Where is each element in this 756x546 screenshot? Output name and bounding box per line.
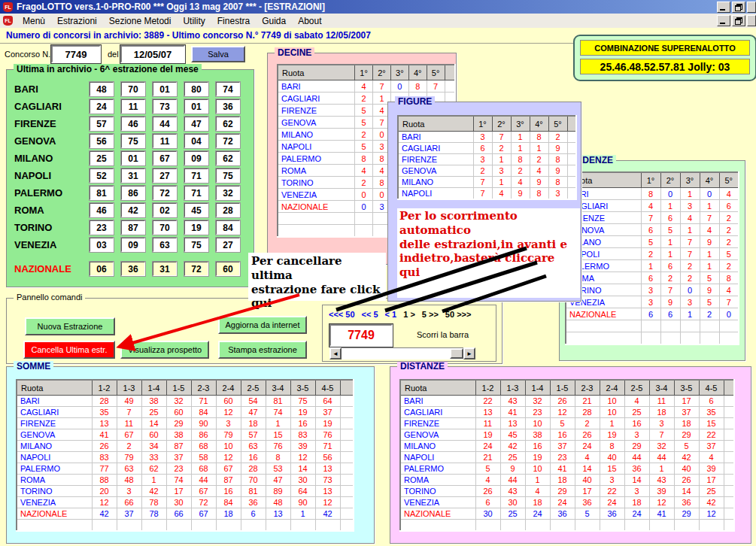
visualizza-prospetto-button[interactable]: Visualizza prospetto (120, 341, 209, 359)
value-cell: 1 (511, 143, 530, 154)
number-field[interactable]: 47 (184, 117, 208, 131)
number-field[interactable]: 01 (184, 99, 208, 114)
scrollbar-thumb[interactable] (450, 348, 463, 359)
back-5-button[interactable]: << 5 (362, 310, 378, 319)
menu-item-men-[interactable]: Menù (17, 14, 51, 28)
number-field[interactable]: 23 (90, 220, 114, 235)
menu-item-about[interactable]: About (292, 14, 327, 28)
concorso-date-field[interactable]: 12/05/07 (120, 45, 185, 63)
value-cell: 9 (511, 188, 530, 200)
number-field[interactable]: 71 (184, 168, 208, 183)
number-field[interactable]: 36 (121, 262, 145, 276)
number-field[interactable]: 80 (184, 82, 208, 96)
number-field[interactable]: 11 (153, 134, 177, 148)
horizontal-scrollbar[interactable]: ◄ ► (329, 347, 475, 359)
stampa-estrazione-button[interactable]: Stampa estrazione (218, 341, 307, 359)
value-cell: 28 (575, 407, 600, 418)
value-cell: 5 (719, 248, 739, 260)
minimize-button[interactable] (717, 2, 730, 13)
number-field[interactable]: 31 (153, 262, 177, 276)
number-field[interactable]: 72 (153, 186, 177, 200)
number-field[interactable]: 31 (121, 168, 145, 183)
scrollbar-left-arrow[interactable]: ◄ (329, 347, 342, 359)
number-field[interactable]: 02 (153, 203, 177, 217)
scrollbar-right-arrow[interactable]: ► (463, 347, 475, 359)
number-field[interactable]: 19 (184, 220, 208, 235)
menu-item-estrazioni[interactable]: Estrazioni (51, 14, 103, 28)
number-field[interactable]: 09 (184, 151, 208, 165)
number-field[interactable]: 63 (153, 238, 177, 252)
number-field[interactable]: 24 (90, 99, 114, 114)
number-field[interactable]: 74 (216, 82, 240, 96)
number-field[interactable]: 25 (90, 151, 114, 165)
number-field[interactable]: 32 (216, 186, 240, 200)
number-field[interactable]: 86 (121, 186, 145, 200)
restore-button[interactable] (732, 2, 745, 13)
back-1-button[interactable]: < 1 (385, 310, 397, 319)
number-field[interactable]: 44 (153, 117, 177, 131)
number-field[interactable]: 75 (184, 238, 208, 252)
number-field[interactable]: 36 (216, 99, 240, 114)
mdi-minimize-button[interactable] (717, 15, 730, 26)
value-cell: 6 (660, 260, 680, 272)
number-field[interactable]: 57 (90, 117, 114, 131)
close-button[interactable] (747, 2, 756, 13)
scroll-concorso-field[interactable]: 7749 (329, 324, 393, 347)
number-field[interactable]: 70 (121, 82, 145, 96)
number-field[interactable]: 27 (216, 238, 240, 252)
number-field[interactable]: 70 (153, 220, 177, 235)
empty-cell (550, 520, 575, 532)
number-field[interactable]: 48 (90, 82, 114, 96)
number-field[interactable]: 62 (216, 151, 240, 165)
table-row: NAZIONALE423778666718613142 (17, 508, 354, 520)
number-field[interactable]: 72 (216, 134, 240, 148)
value-cell: 24 (624, 508, 649, 520)
fwd-50-button[interactable]: 50 >>> (445, 310, 472, 319)
number-field[interactable]: 42 (121, 203, 145, 217)
number-field[interactable]: 03 (90, 238, 114, 252)
back-50-button[interactable]: <<< 50 (329, 310, 355, 319)
concorso-number-field[interactable]: 7749 (51, 45, 101, 63)
menu-item-finestra[interactable]: Finestra (211, 14, 256, 28)
fwd-5-button[interactable]: 5 >> (422, 310, 439, 319)
menu-item-sezione-metodi[interactable]: Sezione Metodi (103, 14, 178, 28)
number-field[interactable]: 67 (153, 151, 177, 165)
number-field[interactable]: 46 (90, 203, 114, 217)
menu-item-utility[interactable]: Utility (177, 14, 211, 28)
number-field[interactable]: 81 (90, 186, 114, 200)
number-field[interactable]: 46 (121, 117, 145, 131)
number-field[interactable]: 72 (184, 262, 208, 276)
number-field[interactable]: 75 (121, 134, 145, 148)
table-row: VENEZIA12667830728436489012 (17, 497, 354, 508)
mdi-close-button[interactable] (747, 15, 756, 26)
archive-row: MILANO2501670962 (14, 150, 249, 167)
number-field[interactable]: 56 (90, 134, 114, 148)
number-field[interactable]: 84 (216, 220, 240, 235)
number-field[interactable]: 01 (121, 151, 145, 165)
salva-button[interactable]: Salva (191, 46, 245, 62)
menu-item-guida[interactable]: Guida (256, 14, 292, 28)
number-field[interactable]: 06 (90, 262, 114, 276)
number-field[interactable]: 60 (216, 262, 240, 276)
fwd-1-button[interactable]: 1 > (403, 310, 415, 319)
number-field[interactable]: 45 (184, 203, 208, 217)
number-field[interactable]: 01 (153, 82, 177, 96)
value-cell: 13 (475, 407, 500, 418)
mdi-restore-button[interactable] (732, 15, 745, 26)
number-field[interactable]: 04 (184, 134, 208, 148)
number-field[interactable]: 71 (184, 186, 208, 200)
number-field[interactable]: 52 (90, 168, 114, 183)
number-field[interactable]: 27 (153, 168, 177, 183)
number-field[interactable]: 11 (121, 99, 145, 114)
column-header: 1-2 (475, 380, 500, 396)
aggiorna-internet-button[interactable]: Aggiorna da internet (218, 316, 307, 334)
number-field[interactable]: 73 (153, 99, 177, 114)
nuova-estrazione-button[interactable]: Nuova Estrazione (25, 317, 115, 335)
number-field[interactable]: 28 (216, 203, 240, 217)
number-field[interactable]: 62 (216, 117, 240, 131)
number-field[interactable]: 75 (216, 168, 240, 183)
scrollbar-track[interactable] (342, 347, 463, 359)
number-field[interactable]: 09 (121, 238, 145, 252)
cancella-ultima-button[interactable]: Cancella Ultima estr. (23, 341, 115, 359)
number-field[interactable]: 87 (121, 220, 145, 235)
